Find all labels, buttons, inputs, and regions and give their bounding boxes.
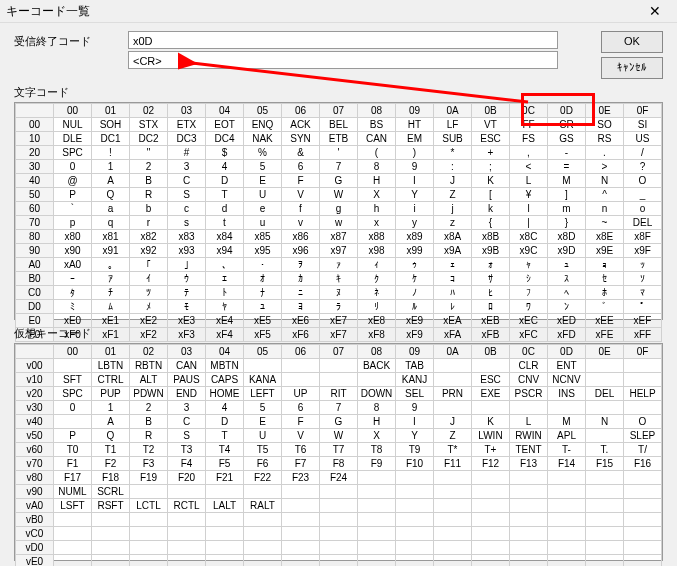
- char-cell[interactable]: ¥: [510, 188, 548, 202]
- char-cell[interactable]: ｨ: [358, 258, 396, 272]
- vkey-cell[interactable]: [320, 485, 358, 499]
- vkey-cell[interactable]: [548, 527, 586, 541]
- char-cell[interactable]: M: [548, 174, 586, 188]
- char-cell[interactable]: BS: [358, 118, 396, 132]
- char-cell[interactable]: z: [434, 216, 472, 230]
- char-cell[interactable]: B: [130, 174, 168, 188]
- vkey-cell[interactable]: [548, 471, 586, 485]
- vkey-cell[interactable]: [168, 527, 206, 541]
- char-cell[interactable]: ﾗ: [320, 300, 358, 314]
- vkey-cell[interactable]: APL: [548, 429, 586, 443]
- char-cell[interactable]: FF: [510, 118, 548, 132]
- vkey-cell[interactable]: F9: [358, 457, 396, 471]
- char-cell[interactable]: T: [206, 188, 244, 202]
- char-cell[interactable]: SUB: [434, 132, 472, 146]
- char-cell[interactable]: &: [282, 146, 320, 160]
- vkey-cell[interactable]: F24: [320, 471, 358, 485]
- char-cell[interactable]: 8: [358, 160, 396, 174]
- char-cell[interactable]: c: [168, 202, 206, 216]
- char-cell[interactable]: ｡: [92, 258, 130, 272]
- vkey-cell[interactable]: [510, 401, 548, 415]
- vkey-cell[interactable]: END: [168, 387, 206, 401]
- char-cell[interactable]: t: [206, 216, 244, 230]
- char-cell[interactable]: SPC: [54, 146, 92, 160]
- char-cell[interactable]: x85: [244, 230, 282, 244]
- char-cell[interactable]: x82: [130, 230, 168, 244]
- char-cell[interactable]: ﾃ: [168, 286, 206, 300]
- vkey-cell[interactable]: SCRL: [92, 485, 130, 499]
- char-cell[interactable]: ^: [586, 188, 624, 202]
- vkey-cell[interactable]: [282, 541, 320, 555]
- char-cell[interactable]: A: [92, 174, 130, 188]
- vkey-cell[interactable]: LALT: [206, 499, 244, 513]
- vkey-cell[interactable]: Y: [396, 429, 434, 443]
- char-cell[interactable]: X: [358, 188, 396, 202]
- char-cell[interactable]: ｦ: [282, 258, 320, 272]
- char-cell[interactable]: RS: [586, 132, 624, 146]
- vkey-cell[interactable]: J: [434, 415, 472, 429]
- vkey-cell[interactable]: PDWN: [130, 387, 168, 401]
- cancel-button[interactable]: ｷｬﾝｾﾙ: [601, 57, 663, 79]
- char-cell[interactable]: ': [320, 146, 358, 160]
- char-cell[interactable]: x99: [396, 244, 434, 258]
- vkey-cell[interactable]: [282, 499, 320, 513]
- vkey-cell[interactable]: SPC: [54, 387, 92, 401]
- ok-button[interactable]: OK: [601, 31, 663, 53]
- char-cell[interactable]: 7: [320, 160, 358, 174]
- vkey-cell[interactable]: [320, 541, 358, 555]
- char-cell[interactable]: }: [548, 216, 586, 230]
- vkey-cell[interactable]: [206, 485, 244, 499]
- char-cell[interactable]: 1: [92, 160, 130, 174]
- vkey-cell[interactable]: [130, 555, 168, 567]
- char-cell[interactable]: ETB: [320, 132, 358, 146]
- vkey-cell[interactable]: [510, 513, 548, 527]
- vkey-cell[interactable]: E: [244, 415, 282, 429]
- char-cell[interactable]: DEL: [624, 216, 662, 230]
- vkey-cell[interactable]: [586, 527, 624, 541]
- char-cell[interactable]: BEL: [320, 118, 358, 132]
- vkey-cell[interactable]: [472, 401, 510, 415]
- vkey-cell[interactable]: [358, 373, 396, 387]
- char-cell[interactable]: LF: [434, 118, 472, 132]
- vkey-cell[interactable]: [358, 527, 396, 541]
- char-cell[interactable]: =: [548, 160, 586, 174]
- char-cell[interactable]: o: [624, 202, 662, 216]
- vkey-cell[interactable]: KANA: [244, 373, 282, 387]
- char-cell[interactable]: ｺ: [434, 272, 472, 286]
- char-cell[interactable]: ): [396, 146, 434, 160]
- vkey-cell[interactable]: INS: [548, 387, 586, 401]
- vkey-cell[interactable]: [358, 555, 396, 567]
- vkey-cell[interactable]: M: [548, 415, 586, 429]
- char-cell[interactable]: x8C: [510, 230, 548, 244]
- vkey-cell[interactable]: T.: [586, 443, 624, 457]
- vkey-cell[interactable]: 2: [130, 401, 168, 415]
- char-cell[interactable]: x: [358, 216, 396, 230]
- char-cell[interactable]: ｧ: [320, 258, 358, 272]
- char-cell[interactable]: v: [282, 216, 320, 230]
- char-cell[interactable]: EM: [396, 132, 434, 146]
- vkey-cell[interactable]: [624, 373, 662, 387]
- char-cell[interactable]: ﾛ: [472, 300, 510, 314]
- vkey-cell[interactable]: Z: [434, 429, 472, 443]
- vkey-cell[interactable]: F11: [434, 457, 472, 471]
- vkey-code-grid[interactable]: 000102030405060708090A0B0C0D0E0Fv00LBTNR…: [14, 343, 663, 561]
- char-cell[interactable]: f: [282, 202, 320, 216]
- char-cell[interactable]: x83: [168, 230, 206, 244]
- char-cell[interactable]: VT: [472, 118, 510, 132]
- vkey-cell[interactable]: F3: [130, 457, 168, 471]
- char-cell[interactable]: US: [624, 132, 662, 146]
- char-cell[interactable]: <: [510, 160, 548, 174]
- vkey-cell[interactable]: [586, 499, 624, 513]
- char-cell[interactable]: x98: [358, 244, 396, 258]
- vkey-cell[interactable]: L: [510, 415, 548, 429]
- char-cell[interactable]: S: [168, 188, 206, 202]
- vkey-cell[interactable]: [510, 555, 548, 567]
- vkey-cell[interactable]: KANJ: [396, 373, 434, 387]
- vkey-cell[interactable]: CAN: [168, 359, 206, 373]
- char-cell[interactable]: J: [434, 174, 472, 188]
- vkey-cell[interactable]: [54, 415, 92, 429]
- char-cell[interactable]: I: [396, 174, 434, 188]
- vkey-cell[interactable]: ALT: [130, 373, 168, 387]
- char-cell[interactable]: ｶ: [282, 272, 320, 286]
- vkey-cell[interactable]: 5: [244, 401, 282, 415]
